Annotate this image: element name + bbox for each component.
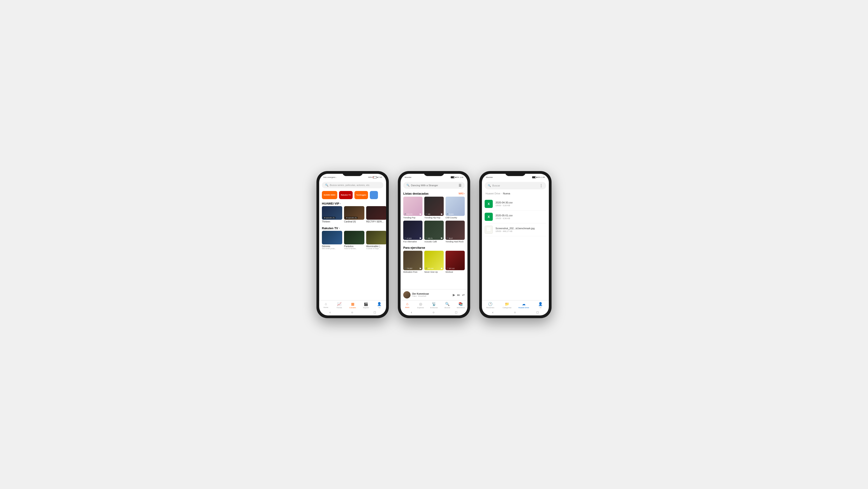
nav-biblioteca[interactable]: 📚 Biblioteca [454,302,467,309]
count-hard-rock: 🎵 50,27 [446,237,453,239]
listas-more[interactable]: MÁS › [459,192,465,195]
huawei-video-btn[interactable]: HUAWEI VIDEO [322,191,337,199]
back-btn-1[interactable]: ‹ [330,311,331,314]
card-rectify[interactable]: RECTIFY SERI... [366,206,386,223]
home-icon-1: ⌂ [325,302,327,306]
file-name-3: Screenshot_202...id.benchmark.jpg [495,227,546,230]
battery-3 [532,176,536,178]
count-chill: 🎵 39,891 [446,213,454,215]
card-sub-parasitos: Toda la familia... [344,248,364,250]
home-btn-1[interactable]: ○ [351,311,353,314]
music-card-acoustic[interactable]: 🎵 222,71 ▶ Acoustic Café [424,221,443,243]
nav-trends-1[interactable]: 📈 Trends [333,302,346,309]
file-info-3: Screenshot_202...id.benchmark.jpg 1/5/20… [495,227,546,232]
label-motivation: Motivation Pure [403,271,423,273]
bottom-nav-1: ⌂ Home 📈 Trends ▦ Canales 🎬 Alquiler 👤 Y… [319,300,386,310]
categorias-icon: 📁 [505,302,509,306]
card-parasitos[interactable]: Parásitos Toda la familia... [344,231,364,250]
player-bar: Der Kommissar Falco · Einzelhaft ▶ ⏭ ⇄ [401,289,467,300]
count-never: 🎵 885,546 [425,268,433,269]
ejercitarse-title: Para ejercitarse [403,246,425,249]
nav-huawei-drive[interactable]: ☁ Huawei Drive [515,302,532,309]
notch-2 [424,171,444,176]
nav-yo-1[interactable]: 👤 Yo [373,302,386,309]
extra-app-btn[interactable] [370,191,378,199]
home-bar-2: ‹ ○ □ [401,310,467,315]
toongoggles-btn[interactable]: ToonGoggles [354,191,368,199]
player-title: Der Kommissar [412,293,451,295]
music-card-chill[interactable]: 🎵 39,891 Chill Country [445,197,465,219]
card-title-parasitos: Parásitos [344,245,364,248]
recents-btn-1[interactable]: □ [374,311,376,314]
inicio-icon: ⌂ [406,302,408,306]
home-btn-2[interactable]: ○ [433,311,434,314]
nav-home-1[interactable]: ⌂ Home [319,302,333,309]
recents-btn-3[interactable]: □ [537,311,538,314]
label-chill: Chill Country [445,217,465,219]
file-search-placeholder: Buscar [492,184,500,187]
screen-2: Listas destacadas MÁS › 🎵 212,170 ▶ Tren… [401,191,467,289]
file-meta-1: 1/5/20 · 5,83 KB [495,204,546,207]
nav-buscar[interactable]: 🔍 Buscar [441,302,454,309]
back-btn-2[interactable]: ‹ [411,311,412,314]
file-nav: 🕐 Recientes 📁 Categorías ☁ Huawei Drive … [482,300,549,310]
card-abominable[interactable]: Abominable (... Cuando el inqui... [366,231,386,250]
rakuten-tv-title: Rakuten TV › [319,225,386,231]
back-btn-3[interactable]: ‹ [492,311,493,314]
nav-categorias[interactable]: 📁 Categorías [499,302,515,309]
music-card-hard-rock[interactable]: 🎵 50,27 Trending Hard Rock [445,221,465,243]
file-search[interactable]: 🔍 Buscar ⋮ [485,182,546,190]
three-dots-icon[interactable]: ⋮ [539,183,543,188]
home-btn-3[interactable]: ○ [514,311,516,314]
player-controls: ▶ ⏭ ⇄ [453,293,465,297]
rakuten-btn[interactable]: Rakuten TV [339,191,352,199]
nav-yo-3[interactable]: 👤 Yo [532,302,549,309]
music-card-motivation[interactable]: 🎵 774,357 ▶ Motivation Pure [403,251,423,273]
nav-alquiler-1[interactable]: 🎬 Alquiler [360,302,373,309]
play-trending-pop: ▶ [420,213,422,215]
emisoras-icon: 📡 [432,302,436,306]
hamburger-icon[interactable]: ☰ [459,183,462,187]
card-geminis[interactable]: Géminis Will Smith prota... [322,231,342,250]
file-item-3[interactable]: 🖼 Screenshot_202...id.benchmark.jpg 1/5/… [485,223,546,236]
play-btn[interactable]: ▶ [453,293,455,297]
music-card-workout[interactable]: 🎵 207,112 Workout [445,251,465,273]
count-motivation: 🎵 774,357 [404,268,412,269]
next-btn[interactable]: ⏭ [457,293,460,297]
card-title-abominable: Abominable (... [366,245,386,248]
file-icon-jpg-1: 🖼 [485,226,493,234]
battery-1 [373,176,377,178]
recents-btn-2[interactable]: □ [455,311,457,314]
card-title-thirteen: Thirteen [322,221,342,223]
music-card-trending-pop[interactable]: 🎵 212,170 ▶ Trending Pop [403,197,423,219]
count-hiphop: 🎵 131 [425,213,430,215]
card-title-rectify: RECTIFY SERI... [366,221,386,223]
card-sub-geminis: Will Smith prota... [322,248,342,250]
card-cardinal[interactable]: All episodes (6) Cardinal (II) [344,206,364,223]
search-bar-1[interactable]: 🔍 Busca series, películas, actores, etc. [322,182,383,188]
breadcrumb-parent[interactable]: Huawei Drive [486,192,500,195]
nav-canales-1[interactable]: ▦ Canales [346,302,359,309]
explorar-icon: ◎ [419,302,422,306]
file-item-2[interactable]: X 2020-05-01.csv 1/5/20 · 6,56 KB [485,210,546,223]
file-search-icon: 🔍 [488,184,491,187]
music-card-hiphop[interactable]: 🎵 131 ▶ Trending Hip-Hop [424,197,443,219]
file-item-1[interactable]: X 2020-04-30.csv 1/5/20 · 5,83 KB [485,198,546,210]
music-card-fun-alt[interactable]: 🎵 47,415 ▶ Fun Alternative [403,221,423,243]
file-info-1: 2020-04-30.csv 1/5/20 · 5,83 KB [495,201,546,207]
card-thirteen[interactable]: All episodes (5) Thirteen [322,206,342,223]
count-trending-pop: 🎵 212,170 [404,213,412,215]
nav-inicio[interactable]: ⌂ Inicio [401,302,414,309]
nav-emisoras[interactable]: 📡 Emisoras [427,302,440,309]
player-info: Der Kommissar Falco · Einzelhaft [412,293,451,297]
file-info-2: 2020-05-01.csv 1/5/20 · 6,56 KB [495,214,546,220]
label-trending-pop: Trending Pop [403,217,423,219]
huawei-vip-cards: All episodes (5) Thirteen All episodes (… [319,206,386,223]
nav-recientes[interactable]: 🕐 Recientes [482,302,499,309]
shuffle-btn[interactable]: ⇄ [462,293,465,297]
music-search-icon: 🔍 [406,184,410,187]
music-search[interactable]: 🔍 Dancing With a Stranger ☰ [403,182,465,189]
listas-header: Listas destacadas MÁS › [401,191,467,197]
music-card-never-give-up[interactable]: 🎵 885,546 ▶ Never Give Up [424,251,443,273]
nav-explorar[interactable]: ◎ Explorar [414,302,427,309]
